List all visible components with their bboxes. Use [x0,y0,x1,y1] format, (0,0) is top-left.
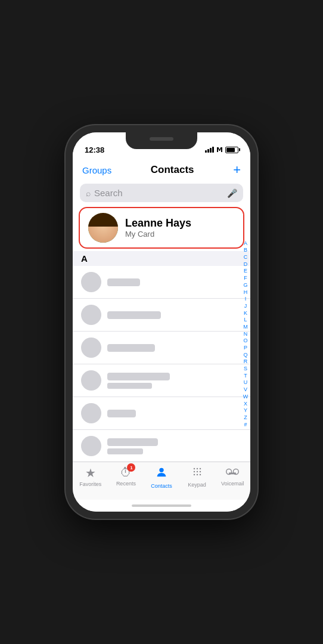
alpha-letter-t[interactable]: T [244,373,247,380]
table-row[interactable] [73,332,250,364]
my-card-label: My Card [125,230,191,239]
alpha-letter-l[interactable]: L [244,317,247,324]
svg-rect-12 [229,472,236,474]
search-input[interactable]: Search [94,188,223,198]
alpha-letter-#[interactable]: # [244,422,247,429]
alpha-letter-g[interactable]: G [243,282,247,289]
contact-avatar [81,403,101,423]
contacts-icon [155,466,168,482]
table-row[interactable] [73,430,250,462]
my-card[interactable]: Leanne Hays My Card [79,207,244,249]
contact-avatar [81,436,101,456]
alpha-letter-y[interactable]: Y [244,407,247,414]
avatar [88,213,118,243]
recents-icon-wrapper: ⏱ 1 [120,466,132,479]
phone-frame: 12:38 𝝡 Groups Contacts + ⌕ [66,125,257,519]
tab-contacts-label: Contacts [151,483,172,489]
tab-recents-label: Recents [116,481,136,487]
alpha-letter-i[interactable]: I [245,296,247,303]
alpha-letter-u[interactable]: U [244,379,248,386]
alpha-letter-a[interactable]: A [244,240,247,247]
tab-recents[interactable]: ⏱ 1 Recents [108,466,144,487]
alpha-letter-r[interactable]: R [244,358,248,366]
status-icons: 𝝡 [205,146,238,154]
voicemail-icon [226,466,239,479]
alpha-letter-k[interactable]: K [244,310,247,317]
alpha-letter-n[interactable]: N [244,331,248,338]
search-bar[interactable]: ⌕ Search 🎤 [80,184,243,202]
tab-contacts[interactable]: Contacts [144,466,179,489]
alpha-letter-b[interactable]: B [244,247,247,254]
speaker [150,137,173,141]
table-row[interactable] [73,299,250,332]
svg-point-7 [193,474,195,476]
tab-voicemail-label: Voicemail [221,481,244,487]
wifi-icon: 𝝡 [216,146,223,154]
alpha-letter-o[interactable]: O [243,338,247,345]
alpha-letter-f[interactable]: F [244,275,247,282]
tab-favorites-label: Favorites [79,481,101,487]
alpha-letter-e[interactable]: E [244,268,247,275]
svg-point-3 [199,468,201,470]
tab-favorites[interactable]: ★ Favorites [73,466,108,487]
alpha-letter-v[interactable]: V [244,386,247,394]
tab-bar: ★ Favorites ⏱ 1 Recents Contacts [73,462,250,500]
add-contact-button[interactable]: + [233,163,241,177]
alpha-letter-j[interactable]: J [244,303,247,310]
alpha-letter-x[interactable]: X [244,401,247,408]
alpha-letter-c[interactable]: C [244,254,248,261]
search-icon: ⌕ [86,188,91,198]
mic-icon[interactable]: 🎤 [227,188,237,198]
favorites-icon: ★ [85,466,96,480]
contact-avatar [81,338,101,358]
svg-point-2 [196,468,198,470]
home-indicator [73,500,250,512]
tab-keypad-label: Keypad [188,482,206,488]
section-header-a: A [73,251,250,266]
alpha-letter-q[interactable]: Q [243,352,247,359]
home-bar [132,504,191,507]
svg-point-1 [193,468,195,470]
notch [126,132,197,149]
svg-point-9 [199,474,201,476]
contact-avatar [81,305,101,325]
alpha-letter-w[interactable]: W [243,394,249,401]
my-card-name: Leanne Hays [125,217,191,230]
svg-point-4 [193,471,195,473]
nav-bar: Groups Contacts + [73,159,250,181]
alphabet-index[interactable]: ABCDEFGHIJKLMNOPQRSTUVWXYZ# [241,207,250,462]
alpha-letter-m[interactable]: M [243,324,248,331]
page-title: Contacts [151,164,194,176]
contacts-scroll[interactable]: Leanne Hays My Card A [73,207,250,462]
groups-button[interactable]: Groups [82,165,111,175]
alpha-letter-d[interactable]: D [244,261,248,268]
contact-avatar [81,272,101,292]
battery-icon [225,147,238,153]
tab-keypad[interactable]: Keypad [179,466,215,488]
alpha-letter-z[interactable]: Z [244,414,247,422]
table-row[interactable] [73,364,250,397]
svg-point-5 [196,471,198,473]
my-card-info: Leanne Hays My Card [125,217,191,239]
recents-badge: 1 [127,463,135,472]
alpha-letter-p[interactable]: P [244,345,247,352]
contact-avatar [81,370,101,391]
table-row[interactable] [73,266,250,299]
alpha-letter-h[interactable]: H [244,289,248,296]
signal-icon [205,147,214,153]
keypad-icon [191,466,203,481]
alpha-letter-s[interactable]: S [244,366,247,373]
status-time: 12:38 [85,145,104,154]
table-row[interactable] [73,397,250,430]
svg-point-8 [196,474,198,476]
svg-point-0 [159,468,163,472]
svg-point-6 [199,471,201,473]
tab-voicemail[interactable]: Voicemail [215,466,250,487]
